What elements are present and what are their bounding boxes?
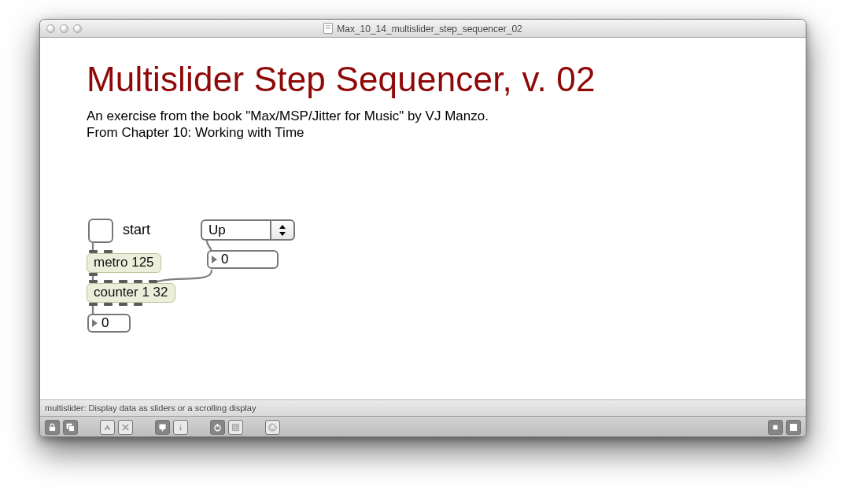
palette-icon xyxy=(268,422,278,432)
close-window-button[interactable] xyxy=(46,24,55,33)
presentation-icon xyxy=(102,422,113,432)
chevron-up-icon xyxy=(279,225,286,229)
status-bar: multislider: Display data as sliders or … xyxy=(40,399,806,416)
svg-rect-12 xyxy=(773,425,778,430)
info-icon xyxy=(175,422,186,432)
small-window-icon xyxy=(770,422,780,432)
zoom-in-button[interactable] xyxy=(786,420,801,435)
toggle-start-label: start xyxy=(123,222,150,238)
grid-button[interactable] xyxy=(228,420,243,435)
minimize-window-button[interactable] xyxy=(60,24,68,33)
clue-button[interactable] xyxy=(155,420,170,435)
window-title-text: Max_10_14_multislider_step_sequencer_02 xyxy=(337,24,522,35)
window-titlebar: Max_10_14_multislider_step_sequencer_02 xyxy=(40,20,806,38)
lock-icon xyxy=(47,422,57,432)
counter-output-number[interactable]: 0 xyxy=(87,314,131,333)
subtitle-line-1: An exercise from the book "Max/MSP/Jitte… xyxy=(87,109,489,123)
status-bar-hint: multislider: Display data as sliders or … xyxy=(45,403,256,413)
direction-number[interactable]: 0 xyxy=(207,250,279,269)
x-icon xyxy=(120,422,131,432)
page-subtitle: An exercise from the book "Max/MSP/Jitte… xyxy=(87,108,489,142)
close-subpatch-button[interactable] xyxy=(118,420,133,435)
app-window: Max_10_14_multislider_step_sequencer_02 … xyxy=(39,19,806,437)
zoom-out-button[interactable] xyxy=(768,420,783,435)
document-icon xyxy=(323,23,333,34)
svg-rect-3 xyxy=(159,424,165,429)
patcher-canvas[interactable]: Multislider Step Sequencer, v. 02 An exe… xyxy=(40,38,806,399)
board-icon xyxy=(157,422,168,432)
direction-menu[interactable]: Up xyxy=(201,219,295,241)
subtitle-line-2: From Chapter 10: Working with Time xyxy=(87,125,304,140)
counter-object[interactable]: counter 1 32 xyxy=(87,283,175,303)
svg-rect-4 xyxy=(162,429,164,431)
palette-button[interactable] xyxy=(265,420,280,435)
counter-output-number-value: 0 xyxy=(101,315,109,331)
page-title: Multislider Step Sequencer, v. 02 xyxy=(87,60,596,99)
toggle-start[interactable] xyxy=(88,219,113,243)
svg-rect-5 xyxy=(180,425,182,426)
svg-point-11 xyxy=(272,429,273,429)
svg-rect-13 xyxy=(790,424,797,431)
patcher-toolbar xyxy=(40,416,806,437)
direction-menu-stepper[interactable] xyxy=(270,219,295,241)
direction-number-value: 0 xyxy=(221,252,228,267)
metro-object[interactable]: metro 125 xyxy=(87,253,161,273)
window-icon xyxy=(65,422,76,432)
svg-point-10 xyxy=(270,428,271,429)
svg-point-9 xyxy=(271,425,271,426)
traffic-lights xyxy=(46,24,82,33)
number-drag-icon xyxy=(92,319,98,327)
number-drag-icon xyxy=(212,256,217,263)
counter-object-text: counter 1 32 xyxy=(87,283,175,303)
chevron-down-icon xyxy=(279,232,286,236)
large-window-icon xyxy=(788,422,799,432)
svg-rect-2 xyxy=(68,425,74,431)
direction-menu-value: Up xyxy=(208,223,226,238)
lock-toggle-button[interactable] xyxy=(45,420,60,435)
inspector-button[interactable] xyxy=(173,420,188,435)
dsp-button[interactable] xyxy=(210,420,225,435)
svg-rect-0 xyxy=(50,427,55,431)
svg-rect-8 xyxy=(217,424,218,427)
new-view-button[interactable] xyxy=(63,420,78,435)
grid-icon xyxy=(231,422,241,432)
window-title: Max_10_14_multislider_step_sequencer_02 xyxy=(40,23,806,35)
metro-object-text: metro 125 xyxy=(87,253,161,273)
power-icon xyxy=(212,422,223,432)
presentation-button[interactable] xyxy=(100,420,115,435)
svg-rect-6 xyxy=(180,427,182,431)
zoom-window-button[interactable] xyxy=(73,24,82,33)
